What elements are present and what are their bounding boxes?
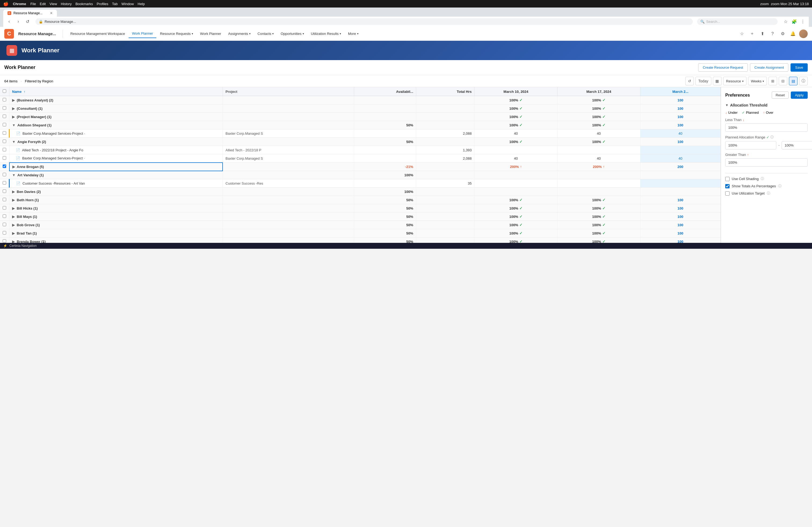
menu-edit[interactable]: Edit [40,2,46,6]
tiles-view-button[interactable]: ▤ [789,77,798,85]
row-checkbox[interactable] [0,121,10,129]
planned-range-max-input[interactable] [782,141,812,149]
nav-item-opportunities[interactable]: Opportunities ▾ [277,30,307,38]
select-all-checkbox[interactable] [3,89,6,93]
browser-tab-active[interactable]: C Resource Manage... ✕ [3,10,57,17]
expand-icon[interactable]: ▶ [12,98,15,102]
expand-icon[interactable]: ▶ [12,223,15,227]
create-assignment-button[interactable]: Create Assignment [750,63,789,72]
allocation-threshold-section[interactable]: ▼ Allocation Threshold [725,103,808,107]
row-checkbox[interactable] [0,221,10,229]
row-checkbox[interactable] [0,187,10,196]
info-button[interactable]: ⓘ [799,77,808,85]
row-checkbox[interactable] [0,196,10,204]
show-totals-checkbox[interactable] [725,184,729,189]
th-availability[interactable]: Availabil... [354,87,416,96]
refresh-button[interactable]: ↺ [685,77,694,85]
star-button[interactable]: ☆ [738,30,746,38]
resource-dropdown[interactable]: Resource ▾ [723,77,746,85]
nav-item-assignments[interactable]: Assignments ▾ [225,30,254,38]
prefs-reset-button[interactable]: Reset [772,91,789,99]
bookmark-star-icon[interactable]: ☆ [782,18,789,25]
menu-help[interactable]: Help [138,2,145,6]
avatar[interactable] [799,30,808,38]
menu-file[interactable]: File [30,2,36,6]
apple-icon[interactable]: 🍎 [3,1,9,6]
row-checkbox[interactable] [0,138,10,146]
nav-item-workplanner2[interactable]: Work Planner [197,30,224,38]
grid-view-button[interactable]: ⊞ [768,77,777,85]
nav-item-resource-requests[interactable]: Resource Requests ▾ [157,30,196,38]
nav-item-more[interactable]: More ▾ [345,30,362,38]
row-checkbox[interactable] [0,229,10,238]
row-checkbox[interactable] [0,238,10,243]
weeks-dropdown[interactable]: Weeks ▾ [748,77,767,85]
th-march10[interactable]: March 10, 2024 [475,87,557,96]
planned-range-min-input[interactable] [725,141,776,149]
today-button[interactable]: Today [695,77,711,85]
menu-window[interactable]: Window [121,2,134,6]
row-checkbox[interactable] [0,179,10,187]
help-button[interactable]: ? [768,30,777,38]
utilization-info-icon[interactable]: ⓘ [767,191,770,196]
cell-shading-info-icon[interactable]: ⓘ [761,177,764,181]
expand-icon[interactable]: ▼ [12,123,16,127]
row-checkbox[interactable] [0,204,10,212]
expand-icon[interactable]: ▶ [12,107,15,110]
search-bar[interactable]: 🔍 Search... [697,18,778,25]
th-march24[interactable]: March 2... [640,87,721,96]
menu-profiles[interactable]: Profiles [97,2,108,6]
expand-icon[interactable]: ▶ [12,198,15,202]
expand-icon[interactable]: ▼ [12,173,16,177]
row-checkbox[interactable] [0,129,10,138]
browser-menu-icon[interactable]: ⋮ [799,18,807,25]
back-button[interactable]: ‹ [5,18,13,25]
nav-item-contacts[interactable]: Contacts ▾ [254,30,277,38]
th-totalhrs[interactable]: Total Hrs [416,87,475,96]
expand-icon[interactable]: ▶ [12,206,15,210]
th-project[interactable]: Project [222,87,354,96]
row-checkbox[interactable] [0,171,10,179]
greater-than-input[interactable] [725,158,808,167]
notifications-button[interactable]: 🔔 [789,30,797,38]
row-checkbox[interactable] [0,96,10,104]
row-checkbox[interactable] [0,146,10,154]
address-input[interactable]: 🔒 Resource Manage... [35,18,693,25]
th-name[interactable]: Name ↑ [10,87,223,96]
expand-icon[interactable]: ▶ [12,165,15,169]
forward-button[interactable]: › [14,18,22,25]
menu-bookmarks[interactable]: Bookmarks [75,2,93,6]
prefs-apply-button[interactable]: Apply [791,91,808,99]
use-utilization-checkbox[interactable] [725,191,729,196]
nav-item-utilization[interactable]: Utilization Results ▾ [308,30,344,38]
row-checkbox[interactable] [0,113,10,121]
menu-view[interactable]: View [49,2,57,6]
planned-range-info-icon[interactable]: ⓘ [770,135,773,139]
row-checkbox[interactable] [0,104,10,113]
extensions-icon[interactable]: 🧩 [791,18,798,25]
expand-icon[interactable]: ▶ [12,190,15,194]
less-than-input[interactable] [725,123,808,132]
reload-button[interactable]: ↺ [24,18,31,25]
show-totals-info-icon[interactable]: ⓘ [778,184,781,189]
row-checkbox[interactable] [0,154,10,163]
upload-button[interactable]: ⬆ [758,30,766,38]
expand-icon[interactable]: ▶ [12,240,15,243]
filter-button[interactable]: ⊟ [779,77,787,85]
create-resource-request-button[interactable]: Create Resource Request [698,63,748,72]
nav-item-workplanner1[interactable]: Work Planner [129,29,156,38]
save-button[interactable]: Save [791,63,808,72]
row-checkbox[interactable] [0,212,10,221]
expand-icon[interactable]: ▶ [12,115,15,119]
th-checkbox[interactable] [0,87,10,96]
tab-close-icon[interactable]: ✕ [50,11,53,15]
expand-icon[interactable]: ▶ [12,215,15,219]
menu-history[interactable]: History [61,2,71,6]
expand-icon[interactable]: ▶ [12,231,15,235]
sort-up-icon[interactable]: ↑ [24,90,26,94]
use-cell-shading-checkbox[interactable] [725,177,729,181]
expand-icon[interactable]: ▼ [12,140,16,144]
menu-tab[interactable]: Tab [112,2,118,6]
th-march17[interactable]: March 17, 2024 [557,87,640,96]
add-button[interactable]: ＋ [748,30,756,38]
